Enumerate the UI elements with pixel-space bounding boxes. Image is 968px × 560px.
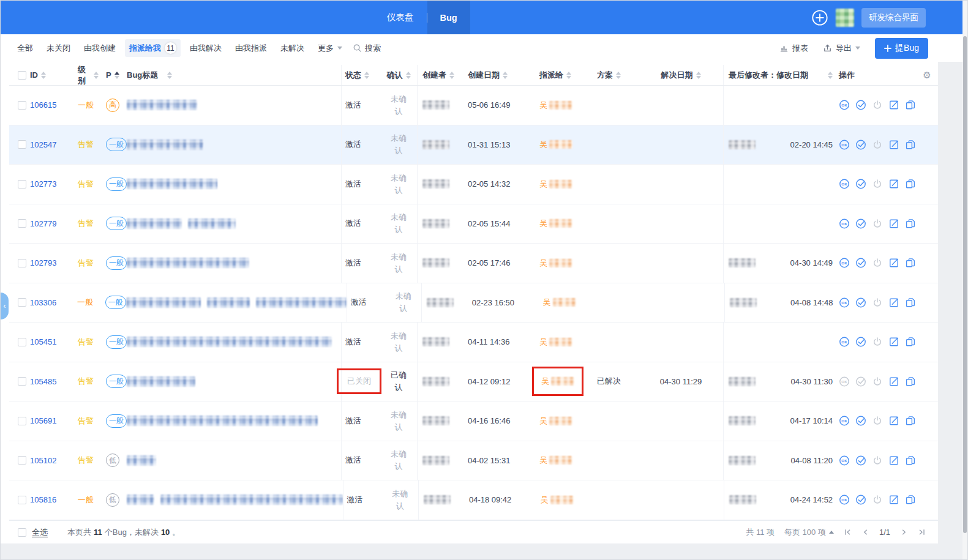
add-circle-icon[interactable]	[811, 9, 828, 26]
edit-bug-button[interactable]	[888, 335, 899, 348]
sort-icon[interactable]	[696, 72, 701, 79]
bug-title-redacted[interactable]	[127, 179, 217, 189]
filter-tab[interactable]: 未解决	[276, 40, 309, 57]
confirm-bug-button[interactable]: OK	[839, 493, 850, 506]
bug-id-link[interactable]: 105816	[30, 495, 56, 504]
scrollbar-thumb[interactable]	[963, 36, 967, 533]
row-checkbox[interactable]	[18, 219, 26, 228]
row-checkbox[interactable]	[18, 377, 26, 386]
close-bug-button[interactable]	[872, 138, 883, 151]
search-control[interactable]: 搜索	[353, 43, 381, 54]
filter-tab[interactable]: 全部	[13, 40, 37, 57]
sort-icon[interactable]	[41, 72, 46, 79]
export-button[interactable]: 导出	[823, 43, 860, 54]
edit-bug-button[interactable]	[888, 296, 899, 309]
confirm-bug-button[interactable]: OK	[839, 454, 850, 467]
column-header-id[interactable]: ID	[30, 65, 69, 85]
bug-id-link[interactable]: 102779	[30, 219, 56, 228]
close-bug-button[interactable]	[872, 414, 883, 427]
close-bug-button[interactable]	[872, 256, 883, 269]
copy-bug-button[interactable]	[905, 375, 916, 388]
top-nav-tab-bug[interactable]: Bug	[427, 1, 470, 34]
confirm-bug-button[interactable]: OK	[839, 375, 850, 388]
column-header-sev[interactable]: 级别	[69, 65, 99, 85]
column-header-pri[interactable]: P	[99, 65, 127, 85]
column-header-confirm[interactable]: 确认	[380, 65, 417, 85]
copy-bug-button[interactable]	[905, 493, 916, 506]
close-bug-button[interactable]	[872, 375, 883, 388]
bug-id-link[interactable]: 102773	[30, 179, 56, 189]
top-nav-tab-dashboard[interactable]: 仪表盘	[374, 1, 427, 34]
bug-title-redacted[interactable]	[160, 495, 343, 505]
bug-id-link[interactable]: 103306	[30, 298, 56, 307]
bug-id-link[interactable]: 102547	[30, 140, 56, 149]
sidebar-collapse-handle[interactable]: ‹	[1, 293, 9, 319]
edit-bug-button[interactable]	[888, 256, 899, 269]
bug-id-link[interactable]: 105102	[30, 456, 56, 465]
confirm-bug-button[interactable]: OK	[839, 217, 850, 230]
bug-title-redacted[interactable]	[127, 416, 318, 426]
sort-icon[interactable]	[828, 72, 833, 79]
bug-title-redacted[interactable]	[127, 376, 195, 387]
bug-title-redacted[interactable]	[127, 258, 249, 268]
resolve-bug-button[interactable]	[855, 375, 866, 388]
select-all-checkbox[interactable]	[18, 528, 26, 537]
bug-title-redacted[interactable]	[127, 100, 197, 110]
edit-bug-button[interactable]	[888, 99, 899, 111]
table-settings-gear-icon[interactable]: ⚙	[923, 70, 931, 80]
resolve-bug-button[interactable]	[855, 217, 866, 230]
row-checkbox[interactable]	[18, 180, 26, 189]
confirm-bug-button[interactable]: OK	[839, 177, 850, 190]
confirm-bug-button[interactable]: OK	[839, 296, 850, 309]
filter-tab[interactable]: 指派给我11	[125, 39, 181, 57]
close-bug-button[interactable]	[872, 177, 883, 190]
prev-page-icon[interactable]	[861, 528, 869, 536]
sort-icon[interactable]	[449, 72, 454, 79]
close-bug-button[interactable]	[872, 296, 883, 309]
resolve-bug-button[interactable]	[855, 335, 866, 348]
sort-icon[interactable]	[616, 72, 621, 79]
first-page-icon[interactable]	[844, 528, 852, 536]
row-checkbox[interactable]	[18, 456, 26, 465]
copy-bug-button[interactable]	[905, 335, 916, 348]
row-checkbox[interactable]	[18, 101, 26, 110]
close-bug-button[interactable]	[872, 454, 883, 467]
resolve-bug-button[interactable]	[855, 99, 866, 111]
bug-title-redacted[interactable]	[127, 455, 156, 466]
avatar[interactable]	[836, 9, 854, 27]
copy-bug-button[interactable]	[905, 414, 916, 427]
copy-bug-button[interactable]	[905, 177, 916, 190]
resolve-bug-button[interactable]	[855, 177, 866, 190]
bug-title-redacted[interactable]	[127, 140, 203, 150]
bug-id-link[interactable]: 105451	[30, 337, 56, 346]
edit-bug-button[interactable]	[888, 493, 899, 506]
filter-tab[interactable]: 由我解决	[186, 40, 226, 57]
row-checkbox[interactable]	[18, 259, 26, 267]
column-header-title[interactable]: Bug标题	[127, 65, 341, 85]
column-header-rdate[interactable]: 解决日期	[639, 65, 723, 85]
filter-tab[interactable]: 未关闭	[42, 40, 75, 57]
resolve-bug-button[interactable]	[855, 493, 866, 506]
select-all-label[interactable]: 全选	[32, 527, 48, 538]
bug-title-redacted[interactable]	[127, 337, 332, 347]
sort-icon[interactable]	[503, 72, 508, 79]
resolve-bug-button[interactable]	[855, 454, 866, 467]
resolve-bug-button[interactable]	[855, 414, 866, 427]
report-button[interactable]: 报表	[779, 43, 808, 54]
row-checkbox[interactable]	[18, 298, 26, 307]
close-bug-button[interactable]	[872, 335, 883, 348]
row-checkbox[interactable]	[18, 140, 26, 149]
header-checkbox[interactable]	[18, 71, 26, 80]
edit-bug-button[interactable]	[888, 454, 899, 467]
bug-id-link[interactable]: 105485	[30, 377, 56, 386]
resolve-bug-button[interactable]	[855, 256, 866, 269]
confirm-bug-button[interactable]: OK	[839, 335, 850, 348]
close-bug-button[interactable]	[872, 217, 883, 230]
bug-title-redacted[interactable]	[127, 218, 182, 229]
filter-tab[interactable]: 更多	[313, 40, 347, 57]
bug-id-link[interactable]: 102793	[30, 258, 56, 267]
column-header-assignee[interactable]: 指派给	[527, 65, 579, 85]
confirm-bug-button[interactable]: OK	[839, 138, 850, 151]
copy-bug-button[interactable]	[905, 454, 916, 467]
next-page-icon[interactable]	[900, 528, 908, 536]
